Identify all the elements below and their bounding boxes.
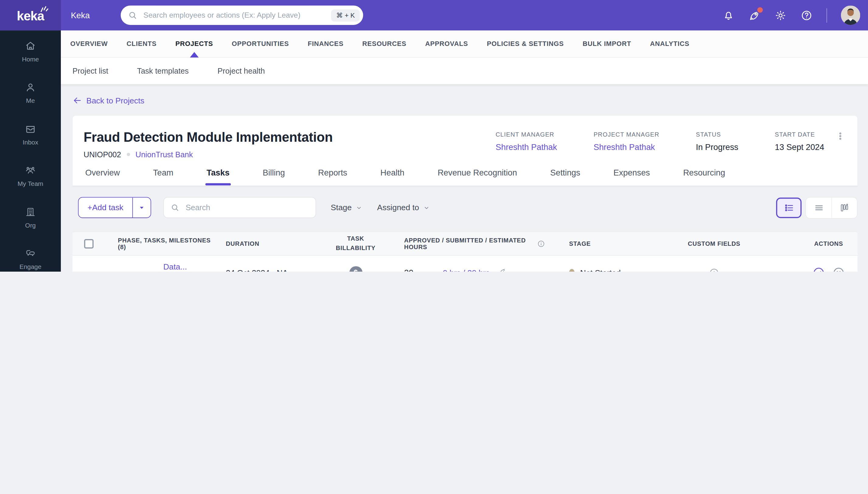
sidebar-item-org[interactable]: Org: [0, 196, 61, 238]
tab-overview[interactable]: Overview: [84, 166, 122, 186]
sidebar-item-label: Me: [26, 97, 35, 104]
hours-link[interactable]: 0 hrs / 20 hrs: [443, 268, 490, 272]
header-duration: DURATION: [219, 240, 324, 247]
billable-dollar-icon[interactable]: $: [349, 266, 362, 272]
tasks-toolbar: +Add task StageAssigned to: [72, 197, 857, 218]
tab-reports[interactable]: Reports: [316, 166, 349, 186]
sidebar-item-inbox[interactable]: Inbox: [0, 113, 61, 155]
task-name-link[interactable]: Data...: [163, 262, 216, 271]
separator-dot: [127, 153, 130, 156]
select-all-checkbox[interactable]: [84, 239, 94, 248]
tab-tasks[interactable]: Tasks: [205, 166, 231, 186]
tab-resourcing[interactable]: Resourcing: [681, 166, 727, 186]
sidebar-item-label: Home: [22, 56, 39, 63]
nav-item-finances[interactable]: FINANCES: [307, 31, 343, 57]
add-task-button[interactable]: +Add task: [78, 198, 132, 218]
global-search[interactable]: ⌘ + K: [121, 5, 363, 25]
header-actions: ACTIONS: [814, 240, 857, 247]
task-name-cell: Data... UNIOP002-2: [105, 262, 219, 272]
sidebar-item-label: Engage: [19, 263, 41, 270]
topbar: keka Keka ⌘ + K: [0, 0, 868, 31]
header-billability: TASK BILLABILITY: [324, 234, 387, 253]
subnav-item-project-list[interactable]: Project list: [72, 66, 108, 75]
project-code: UNIOP002: [84, 150, 121, 159]
search-icon: [128, 11, 137, 20]
global-search-input[interactable]: [143, 11, 331, 20]
filter-stage[interactable]: Stage: [331, 203, 363, 212]
nav-item-overview[interactable]: OVERVIEW: [70, 31, 108, 57]
project-menu-button[interactable]: [835, 130, 846, 142]
project-identity: Fraud Detection Module Implementation UN…: [84, 130, 333, 159]
tab-health[interactable]: Health: [379, 166, 406, 186]
header-stage: STAGE: [545, 240, 656, 247]
project-meta: CLIENT MANAGERShreshth PathakPROJECT MAN…: [496, 130, 824, 159]
notifications-bell-icon[interactable]: [722, 9, 734, 21]
module-nav: OVERVIEWCLIENTSPROJECTSOPPORTUNITIESFINA…: [61, 31, 868, 57]
nav-item-resources[interactable]: RESOURCES: [362, 31, 407, 57]
nav-item-bulk-import[interactable]: BULK IMPORT: [583, 31, 631, 57]
whats-new-rocket-icon[interactable]: [749, 9, 761, 21]
meta-value[interactable]: Shreshth Pathak: [496, 142, 557, 152]
project-tabs: OverviewTeamTasksBillingReportsHealthRev…: [72, 166, 857, 186]
task-search-input[interactable]: [185, 203, 309, 213]
nav-item-clients[interactable]: CLIENTS: [127, 31, 157, 57]
sidebar-item-home[interactable]: Home: [0, 31, 61, 72]
view-toggle-list[interactable]: [776, 197, 802, 218]
notification-dot: [757, 7, 763, 13]
nav-item-approvals[interactable]: APPROVALS: [425, 31, 468, 57]
nav-item-analytics[interactable]: ANALYTICS: [650, 31, 689, 57]
tab-settings[interactable]: Settings: [549, 166, 582, 186]
help-icon[interactable]: [800, 9, 813, 21]
task-hours-cell: 20 0 hrs / 20 hrs: [388, 268, 546, 272]
info-icon[interactable]: [537, 240, 545, 248]
sidebar-item-engage[interactable]: Engage: [0, 238, 61, 272]
client-link[interactable]: UnionTrust Bank: [135, 150, 193, 159]
keka-logo[interactable]: keka: [0, 0, 61, 31]
add-custom-field-icon[interactable]: [709, 267, 719, 272]
view-toggle-kanban[interactable]: [831, 197, 857, 218]
project-title: Fraud Detection Module Implementation: [84, 130, 333, 145]
nav-item-opportunities[interactable]: OPPORTUNITIES: [232, 31, 289, 57]
meta-value[interactable]: Shreshth Pathak: [593, 142, 659, 152]
tab-team[interactable]: Team: [152, 166, 175, 186]
hours-history-icon[interactable]: [499, 268, 508, 272]
back-to-projects-link[interactable]: Back to Projects: [72, 96, 144, 105]
engage-icon: [24, 247, 37, 260]
sub-nav: Project listTask templatesProject health: [61, 57, 868, 84]
list-view-icon: [784, 202, 794, 213]
nav-item-policies-settings[interactable]: POLICIES & SETTINGS: [487, 31, 564, 57]
arrow-left-icon: [72, 96, 82, 105]
meta-start-date: START DATE13 Sept 2024: [775, 131, 824, 159]
stage-dot: [569, 269, 574, 272]
stage-label: Not Started: [580, 268, 621, 272]
filter-assigned-to[interactable]: Assigned to: [377, 203, 430, 212]
tab-revenue-recognition[interactable]: Revenue Recognition: [436, 166, 519, 186]
header-phase: PHASE, TASKS, MILESTONES (8): [105, 237, 219, 250]
nav-item-projects[interactable]: PROJECTS: [175, 31, 213, 57]
reject-task-button[interactable]: [832, 266, 846, 272]
task-stage-cell[interactable]: Not Started: [545, 268, 656, 272]
inbox-icon: [24, 123, 37, 135]
user-icon: [24, 81, 37, 93]
sidebar-item-me[interactable]: Me: [0, 72, 61, 113]
sidebar-item-label: Inbox: [22, 139, 38, 146]
sidebar-item-my-team[interactable]: My Team: [0, 155, 61, 196]
view-toggle-rows[interactable]: [806, 197, 831, 218]
approve-task-button[interactable]: [812, 266, 825, 272]
tab-billing[interactable]: Billing: [261, 166, 287, 186]
chevron-down-icon: [423, 204, 430, 211]
subnav-item-project-health[interactable]: Project health: [218, 66, 265, 75]
subnav-item-task-templates[interactable]: Task templates: [137, 66, 189, 75]
task-actions-cell: [772, 266, 857, 272]
meta-value: 13 Sept 2024: [775, 142, 824, 152]
user-avatar[interactable]: [841, 5, 861, 25]
hours-progress: 0 hrs / 20 hrs: [443, 268, 490, 272]
task-search[interactable]: [163, 197, 316, 218]
org-icon: [24, 206, 37, 218]
meta-label: STATUS: [696, 131, 738, 138]
settings-gear-icon[interactable]: [774, 9, 787, 21]
rows-view-icon: [814, 202, 824, 213]
app-window: keka Keka ⌘ + K HomeMeInboxMy TeamOrgEng…: [0, 0, 868, 272]
tab-expenses[interactable]: Expenses: [612, 166, 652, 186]
add-task-dropdown-button[interactable]: [133, 198, 151, 218]
